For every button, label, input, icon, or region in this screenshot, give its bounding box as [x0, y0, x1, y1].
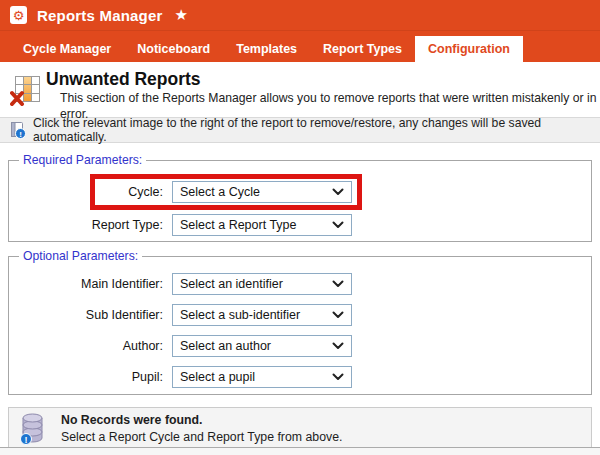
main-identifier-label: Main Identifier:: [9, 277, 172, 291]
chevron-down-icon: [332, 188, 344, 196]
chevron-down-icon: [332, 311, 344, 319]
pupil-select[interactable]: Select a pupil: [172, 366, 352, 388]
app-header: ⚙ Reports Manager ★: [0, 0, 600, 30]
report-type-select[interactable]: Select a Report Type: [172, 214, 352, 236]
svg-text:!: !: [25, 434, 28, 444]
page-description: This section of the Reports Manager allo…: [60, 90, 600, 122]
database-icon: !: [19, 413, 46, 446]
author-field-row: Author: Select an author: [9, 335, 591, 357]
pupil-label: Pupil:: [9, 370, 172, 384]
favorite-star-icon[interactable]: ★: [175, 6, 188, 24]
author-label: Author:: [9, 339, 172, 353]
no-records-subtitle: Select a Report Cycle and Report Type fr…: [61, 429, 342, 446]
author-select[interactable]: Select an author: [172, 335, 352, 357]
tab-cycle-manager[interactable]: Cycle Manager: [10, 36, 124, 62]
window-bottom-edge: [0, 447, 600, 455]
sub-identifier-select[interactable]: Select a sub-identifier: [172, 304, 352, 326]
unwanted-reports-grid-icon: [10, 74, 42, 110]
sub-identifier-field-row: Sub Identifier: Select a sub-identifier: [9, 304, 591, 326]
report-info-icon: !: [9, 122, 26, 139]
chevron-down-icon: [332, 342, 344, 350]
reports-manager-app-icon: ⚙: [10, 6, 27, 24]
main-tab-bar: Cycle Manager Noticeboard Templates Repo…: [0, 30, 600, 62]
tab-report-types[interactable]: Report Types: [310, 36, 415, 62]
required-parameters-legend: Required Parameters:: [19, 153, 146, 168]
main-identifier-select[interactable]: Select an identifier: [172, 273, 352, 295]
optional-parameters-group: Optional Parameters: Main Identifier: Se…: [8, 256, 592, 395]
required-parameters-group: Required Parameters: Cycle: Select a Cyc…: [8, 160, 592, 242]
no-records-title: No Records were found.: [61, 412, 342, 429]
svg-text:!: !: [19, 129, 22, 138]
optional-parameters-legend: Optional Parameters:: [19, 249, 142, 264]
tab-templates[interactable]: Templates: [223, 36, 310, 62]
report-type-field-row: Report Type: Select a Report Type: [9, 214, 591, 236]
cycle-label: Cycle:: [9, 185, 172, 199]
main-identifier-field-row: Main Identifier: Select an identifier: [9, 273, 591, 295]
tab-configuration[interactable]: Configuration: [415, 36, 523, 62]
chevron-down-icon: [332, 373, 344, 381]
cycle-field-row: Cycle: Select a Cycle: [9, 181, 591, 203]
page-title-section: Unwanted Reports This section of the Rep…: [0, 62, 600, 113]
tab-noticeboard[interactable]: Noticeboard: [124, 36, 223, 62]
app-title: Reports Manager: [37, 7, 163, 24]
pupil-field-row: Pupil: Select a pupil: [9, 366, 591, 388]
chevron-down-icon: [332, 280, 344, 288]
sub-identifier-label: Sub Identifier:: [9, 308, 172, 322]
report-type-label: Report Type:: [9, 218, 172, 232]
chevron-down-icon: [332, 221, 344, 229]
cycle-select[interactable]: Select a Cycle: [172, 181, 352, 203]
page-title: Unwanted Reports: [46, 69, 600, 90]
no-records-panel: ! No Records were found. Select a Report…: [8, 407, 592, 451]
